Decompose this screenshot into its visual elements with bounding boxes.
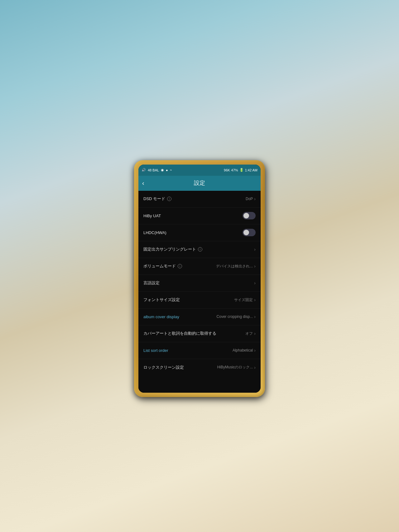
status-bar: 🔊 48 BAL ◉ ● ⌁ 96K 47% 🔋 1:42 AM	[138, 165, 261, 176]
device-wrapper: 🔊 48 BAL ◉ ● ⌁ 96K 47% 🔋 1:42 AM	[134, 160, 265, 397]
toggle-lhdc-hwa[interactable]	[243, 229, 256, 236]
setting-label-hiby-uat: HiBy UAT	[143, 213, 243, 218]
setting-item-fixed-output[interactable]: 固定出力サンプリングレートi ›	[138, 241, 261, 258]
setting-label-cover-art-auto: カバーアートと歌詞を自動的に取得する	[143, 331, 245, 336]
back-button[interactable]: ‹	[142, 180, 144, 187]
volume-level: 48 BAL	[148, 168, 159, 172]
setting-label-fixed-output: 固定出力サンプリングレートi	[143, 247, 254, 252]
setting-label-language: 言語設定	[143, 280, 254, 286]
setting-item-dsd-mode[interactable]: DSD モードi DoP ›	[138, 191, 261, 208]
setting-label-list-sort: List sort order	[143, 348, 233, 353]
chevron-font-size: ›	[254, 297, 256, 302]
setting-item-lhdc-hwa[interactable]: LHDC(HWA)	[138, 224, 261, 241]
setting-item-font-size[interactable]: フォントサイズ設定 サイズ固定 ›	[138, 292, 261, 309]
chevron-cover-art-auto: ›	[254, 331, 256, 336]
status-bar-right: 96K 47% 🔋 1:42 AM	[224, 168, 257, 172]
screen-bezel: 🔊 48 BAL ◉ ● ⌁ 96K 47% 🔋 1:42 AM	[138, 165, 261, 393]
setting-item-language[interactable]: 言語設定 ›	[138, 275, 261, 292]
info-icon-dsd-mode: i	[167, 197, 171, 201]
device-body: 🔊 48 BAL ◉ ● ⌁ 96K 47% 🔋 1:42 AM	[134, 160, 265, 397]
page-title: 設定	[194, 179, 205, 187]
app-header: ‹ 設定	[138, 176, 261, 191]
setting-value-list-sort: Alphabetical ›	[233, 348, 256, 353]
setting-label-album-cover: album cover display	[143, 314, 217, 319]
toggle-knob-lhdc-hwa	[243, 230, 249, 235]
volume-icon: 🔊	[142, 168, 146, 172]
settings-list: DSD モードi DoP › HiBy UAT LHDC(HWA) 固定出力サン…	[138, 191, 261, 393]
wifi-icon: ◉	[161, 168, 164, 172]
chevron-dsd-mode: ›	[254, 196, 256, 201]
setting-item-cover-art-auto[interactable]: カバーアートと歌詞を自動的に取得する オフ ›	[138, 325, 261, 342]
chevron-lock-screen: ›	[254, 365, 256, 370]
chevron-fixed-output: ›	[254, 247, 256, 252]
setting-label-font-size: フォントサイズ設定	[143, 297, 234, 303]
setting-value-cover-art-auto: オフ ›	[245, 331, 256, 336]
setting-item-list-sort[interactable]: List sort order Alphabetical ›	[138, 342, 261, 359]
setting-value-lock-screen: HiByMusicのロック... ›	[217, 365, 256, 370]
setting-item-volume-mode[interactable]: ボリュームモードi デバイスは検出され... ›	[138, 258, 261, 275]
sample-rate: 96K	[224, 168, 230, 172]
battery-icon: 🔋	[239, 168, 244, 172]
info-icon-fixed-output: i	[198, 247, 202, 252]
setting-label-volume-mode: ボリュームモードi	[143, 263, 216, 269]
setting-label-dsd-mode: DSD モードi	[143, 196, 246, 202]
usb-icon: ⌁	[170, 168, 172, 172]
clock: 1:42 AM	[245, 168, 257, 172]
setting-value-volume-mode: デバイスは検出され... ›	[216, 264, 256, 269]
setting-label-lock-screen: ロックスクリーン設定	[143, 365, 217, 370]
chevron-language: ›	[254, 280, 256, 285]
info-icon-volume-mode: i	[178, 264, 182, 268]
toggle-hiby-uat[interactable]	[243, 212, 256, 219]
location-icon: ●	[166, 168, 168, 172]
battery-percent: 47%	[231, 168, 238, 172]
screen-content: 🔊 48 BAL ◉ ● ⌁ 96K 47% 🔋 1:42 AM	[138, 165, 261, 393]
chevron-list-sort: ›	[254, 348, 256, 353]
setting-value-album-cover: Cover cropping disp... ›	[217, 314, 256, 319]
setting-label-lhdc-hwa: LHDC(HWA)	[143, 230, 243, 235]
setting-item-lock-screen[interactable]: ロックスクリーン設定 HiByMusicのロック... ›	[138, 359, 261, 376]
toggle-knob-hiby-uat	[243, 213, 249, 218]
status-bar-left: 🔊 48 BAL ◉ ● ⌁	[142, 168, 172, 172]
setting-item-hiby-uat[interactable]: HiBy UAT	[138, 208, 261, 224]
chevron-album-cover: ›	[254, 314, 256, 319]
setting-value-font-size: サイズ固定 ›	[234, 297, 256, 303]
chevron-volume-mode: ›	[254, 264, 256, 269]
setting-item-album-cover[interactable]: album cover display Cover cropping disp.…	[138, 309, 261, 325]
setting-value-dsd-mode: DoP ›	[246, 196, 256, 201]
